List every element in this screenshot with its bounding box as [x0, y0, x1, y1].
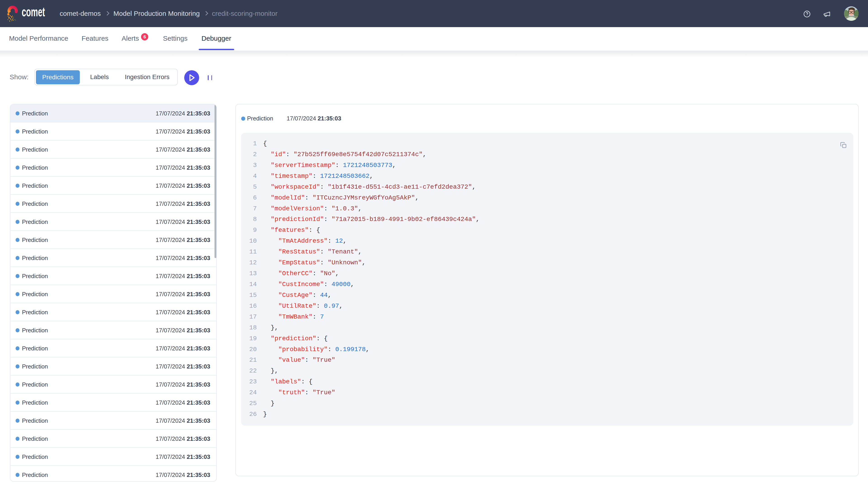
svg-text:comet: comet [22, 5, 45, 19]
